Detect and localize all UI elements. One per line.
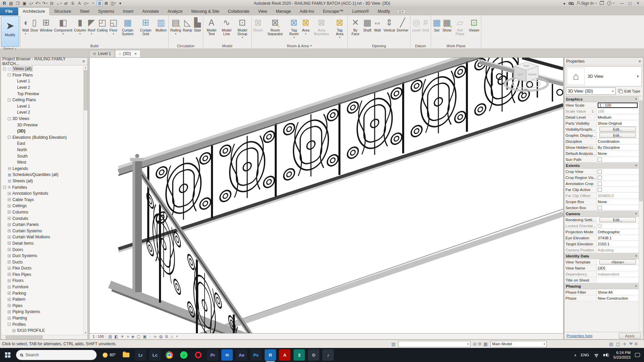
redo-icon[interactable]: ↷▾ bbox=[42, 0, 48, 6]
acrobat-icon[interactable]: A bbox=[279, 349, 290, 361]
tree-item[interactable]: +Parking bbox=[1, 290, 88, 296]
stair-button[interactable]: ▙Stair bbox=[193, 16, 202, 33]
start-button[interactable] bbox=[0, 348, 15, 362]
property-value[interactable]: Show All bbox=[597, 289, 639, 295]
collapse-icon[interactable]: - bbox=[8, 136, 11, 139]
expand-icon[interactable]: + bbox=[8, 242, 11, 245]
scrollbar-thumb[interactable] bbox=[6, 336, 43, 339]
annotation-crop-checkbox[interactable] bbox=[598, 182, 602, 186]
thin-lines-icon[interactable]: ≣ bbox=[97, 0, 103, 6]
ramp-button[interactable]: ◺Ramp bbox=[182, 16, 193, 33]
expand-icon[interactable]: + bbox=[8, 217, 11, 220]
visual-style-icon[interactable]: ◧ bbox=[114, 335, 118, 339]
tree-item[interactable]: +Ceilings bbox=[1, 203, 88, 209]
model-line-button[interactable]: ∿Model Line bbox=[219, 16, 234, 36]
file-tabs-icon[interactable]: ▤ bbox=[8, 0, 14, 6]
worksets-icon[interactable]: ▥ bbox=[391, 342, 395, 347]
wifi-icon[interactable] bbox=[593, 353, 599, 357]
expand-icon[interactable]: + bbox=[8, 192, 11, 195]
volume-icon[interactable]: ) bbox=[603, 353, 609, 357]
collapse-search-icon[interactable]: ◂ bbox=[563, 1, 565, 6]
tree-item[interactable]: Level 2 bbox=[1, 84, 88, 91]
tree-item[interactable]: {3D} bbox=[1, 128, 88, 134]
vertical-opening-button[interactable]: ⇕Vertical bbox=[383, 16, 395, 33]
tree-item[interactable]: Level 2 bbox=[1, 109, 88, 116]
close-hidden-windows-icon[interactable]: ⊠ bbox=[103, 0, 109, 6]
tree-item[interactable]: +Conduits bbox=[1, 215, 88, 222]
taskbar-search[interactable]: Search bbox=[16, 350, 97, 360]
tab-collaborate[interactable]: Collaborate bbox=[224, 8, 254, 15]
scroll-down-icon[interactable]: ▼ bbox=[84, 330, 88, 335]
expand-icon[interactable]: + bbox=[8, 229, 11, 232]
tree-item[interactable]: +Pattern bbox=[1, 296, 88, 303]
section-header-graphics[interactable]: Graphics« bbox=[565, 96, 639, 102]
tree-item[interactable]: South bbox=[1, 153, 88, 159]
project-browser-header[interactable]: Project Browser - RAILING FAMILY BATCH..… bbox=[1, 58, 88, 65]
save-icon[interactable]: ▣ bbox=[21, 0, 28, 6]
crop-region-vis-checkbox[interactable] bbox=[598, 176, 602, 180]
expand-icon[interactable]: + bbox=[8, 310, 11, 313]
tree-item[interactable]: -Elevations (Building Elevation) bbox=[1, 134, 88, 141]
settings-icon[interactable]: ⚙ bbox=[308, 349, 319, 361]
notification-center-icon[interactable] bbox=[635, 353, 640, 357]
tree-item[interactable]: +Ducts bbox=[1, 259, 88, 265]
ceiling-button[interactable]: ◰Ceiling bbox=[96, 16, 108, 33]
floor-button[interactable]: ◱Floor▾ bbox=[109, 16, 118, 35]
search-help-icon[interactable] bbox=[569, 2, 574, 5]
tree-item[interactable]: +Piping Systems bbox=[1, 309, 88, 315]
scrollbar-thumb[interactable] bbox=[639, 101, 643, 201]
properties-header[interactable]: Properties ✕ bbox=[565, 58, 643, 65]
help-button[interactable]: ?▾ bbox=[607, 1, 614, 5]
minimize-button[interactable]: — bbox=[618, 1, 626, 5]
viewcube-left-label[interactable]: LEFT bbox=[517, 73, 523, 76]
language-indicator[interactable]: ENG bbox=[581, 353, 589, 357]
collapse-icon[interactable]: - bbox=[8, 323, 11, 326]
expand-icon[interactable]: + bbox=[8, 292, 11, 295]
railing-button[interactable]: ▤✎Railing▾ bbox=[170, 16, 182, 35]
sun-path-checkbox[interactable] bbox=[598, 158, 602, 162]
property-value[interactable]: Edit... bbox=[597, 126, 639, 132]
tab-manage[interactable]: Manage bbox=[271, 8, 295, 15]
property-value[interactable]: Orthographic bbox=[597, 229, 639, 235]
close-icon[interactable]: ✕ bbox=[81, 59, 86, 64]
section-header-identity-data[interactable]: Identity Data« bbox=[565, 253, 639, 259]
crop-view-checkbox[interactable] bbox=[598, 170, 602, 174]
shaft-opening-button[interactable]: ▦Shaft bbox=[363, 16, 372, 33]
expand-icon[interactable]: + bbox=[8, 267, 11, 270]
chevron-down-icon[interactable]: ▼ bbox=[636, 75, 641, 78]
expand-icon[interactable]: + bbox=[8, 304, 11, 307]
expand-icon[interactable]: + bbox=[8, 204, 11, 207]
aligned-dimension-icon[interactable]: ⇄ bbox=[63, 0, 69, 6]
model-text-button[interactable]: AModel Text bbox=[204, 16, 219, 36]
app-store-button[interactable] bbox=[600, 2, 604, 5]
collapse-chevron-icon[interactable]: « bbox=[635, 98, 638, 100]
area-button[interactable]: ⊠Area▾ bbox=[302, 16, 310, 35]
model-group-button[interactable]: ⊡Model Group▾ bbox=[234, 16, 251, 39]
wall-opening-button[interactable]: ⇔Wall bbox=[372, 16, 382, 33]
sync-icon[interactable]: ⌂▾ bbox=[28, 0, 34, 6]
modify-button[interactable]: ➤Modify bbox=[1, 16, 19, 47]
expand-icon[interactable]: + bbox=[12, 329, 15, 332]
app-lc-icon[interactable]: Lc bbox=[149, 349, 161, 361]
property-value[interactable]: Edit... bbox=[597, 217, 639, 223]
mail-icon[interactable]: ✉ bbox=[221, 349, 233, 361]
project-browser-vscrollbar[interactable]: ▲ ▼ bbox=[83, 65, 88, 335]
tree-item[interactable]: +Curtain Panels bbox=[1, 222, 88, 228]
expand-icon[interactable]: + bbox=[8, 254, 11, 257]
scrollbar-thumb[interactable] bbox=[84, 70, 87, 110]
dormer-opening-button[interactable]: ╱Dormer bbox=[396, 16, 409, 33]
sun-path-icon[interactable]: ☀ bbox=[120, 335, 124, 339]
expand-icon[interactable]: + bbox=[8, 298, 11, 301]
tree-item[interactable]: Top Preview bbox=[1, 90, 88, 97]
collapse-icon[interactable]: - bbox=[3, 67, 6, 70]
undo-icon[interactable]: ↶▾ bbox=[35, 0, 41, 6]
opera-icon[interactable] bbox=[193, 349, 204, 361]
tree-item[interactable]: +Cable Trays bbox=[1, 196, 88, 203]
collapse-icon[interactable]: - bbox=[8, 73, 11, 76]
tree-item[interactable]: +Columns bbox=[1, 209, 88, 216]
expand-icon[interactable]: + bbox=[8, 198, 11, 201]
sign-in-button[interactable]: Sign In▾ bbox=[577, 1, 597, 6]
hidden-icons-chevron[interactable]: ∧ bbox=[574, 353, 576, 357]
curtain-system-button[interactable]: ▦Curtain System bbox=[119, 16, 137, 36]
photoshop-icon[interactable]: Ps bbox=[250, 349, 262, 361]
